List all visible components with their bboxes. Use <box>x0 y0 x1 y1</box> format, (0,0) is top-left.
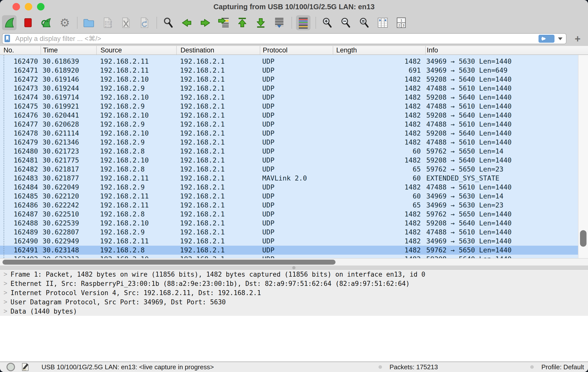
vertical-scrollbar[interactable] <box>578 55 588 258</box>
packet-row[interactable]: 162475 30.619921 192.168.2.9 192.168.2.1… <box>0 102 578 111</box>
column-header-length[interactable]: Length <box>333 46 425 54</box>
column-header-source[interactable]: Source <box>96 46 176 54</box>
expert-info-icon[interactable] <box>6 363 15 371</box>
packet-row[interactable]: 162480 30.621723 192.168.2.8 192.168.2.1… <box>0 147 578 156</box>
cell-length: 1482 <box>333 75 425 84</box>
cell-source: 192.168.2.9 <box>96 183 176 192</box>
colorize-button[interactable] <box>296 15 310 30</box>
detail-row[interactable]: > Frame 1: Packet, 1482 bytes on wire (1… <box>0 270 588 279</box>
packet-row[interactable]: 162489 30.622807 192.168.2.9 192.168.2.1… <box>0 228 578 237</box>
packet-row[interactable]: 162484 30.622049 192.168.2.9 192.168.2.1… <box>0 183 578 192</box>
go-first-button[interactable] <box>235 15 250 30</box>
start-capture-button[interactable] <box>2 15 16 30</box>
packet-row[interactable]: 162473 30.619244 192.168.2.9 192.168.2.1… <box>0 84 578 93</box>
packet-list[interactable]: 162470 30.618639 192.168.2.11 192.168.2.… <box>0 55 578 258</box>
profile-text[interactable]: Profile: Default <box>541 363 584 371</box>
cell-protocol: UDP <box>260 102 333 111</box>
capture-comment-icon[interactable] <box>22 363 30 371</box>
cell-destination: 192.168.2.1 <box>176 192 260 201</box>
packet-details-pane[interactable]: > Frame 1: Packet, 1482 bytes on wire (1… <box>0 270 588 362</box>
column-header-no[interactable]: No. <box>0 46 40 54</box>
display-filter-input[interactable] <box>13 35 538 43</box>
cell-time: 30.618639 <box>40 57 96 66</box>
detail-row[interactable]: > User Datagram Protocol, Src Port: 3496… <box>0 297 588 307</box>
packet-row[interactable]: 162474 30.619714 192.168.2.10 192.168.2.… <box>0 93 578 102</box>
packet-row[interactable]: 162482 30.621817 192.168.2.8 192.168.2.1… <box>0 165 578 174</box>
find-packet-button[interactable] <box>161 15 176 30</box>
titlebar: Capturing from USB 10/100/1G/2.5G LAN: e… <box>0 0 588 13</box>
packet-row[interactable]: 162488 30.622539 192.168.2.10 192.168.2.… <box>0 219 578 228</box>
packet-row-clipped[interactable] <box>0 55 578 57</box>
cell-protocol: UDP <box>260 111 333 120</box>
column-header-time[interactable]: Time <box>40 46 96 54</box>
packet-row[interactable]: 162470 30.618639 192.168.2.11 192.168.2.… <box>0 57 578 66</box>
zoom-in-button[interactable] <box>320 15 334 30</box>
auto-scroll-button[interactable] <box>272 15 286 30</box>
packet-row[interactable]: 162490 30.622949 192.168.2.11 192.168.2.… <box>0 237 578 246</box>
go-forward-button[interactable] <box>198 15 212 30</box>
go-back-button[interactable] <box>180 15 194 30</box>
column-header-info[interactable]: Info <box>425 46 588 54</box>
horizontal-scrollbar-thumb[interactable] <box>2 260 336 265</box>
packet-row[interactable]: 162479 30.621346 192.168.2.9 192.168.2.1… <box>0 138 578 147</box>
cell-time: 30.622049 <box>40 183 96 192</box>
expand-chevron-icon[interactable]: > <box>4 270 10 278</box>
column-header-destination[interactable]: Destination <box>176 46 260 54</box>
apply-filter-button[interactable] <box>538 35 554 43</box>
display-filter-field[interactable] <box>2 33 566 44</box>
expand-chevron-icon[interactable]: > <box>4 298 10 306</box>
cell-protocol: UDP <box>260 219 333 228</box>
column-header-protocol[interactable]: Protocol <box>260 46 333 54</box>
packet-row[interactable]: 162478 30.621114 192.168.2.10 192.168.2.… <box>0 129 578 138</box>
go-last-button[interactable] <box>254 15 268 30</box>
packet-row[interactable]: 162477 30.620628 192.168.2.9 192.168.2.1… <box>0 120 578 129</box>
detail-row[interactable]: > Ethernet II, Src: RaspberryPi_23:00:1b… <box>0 279 588 288</box>
cell-info: 34969 → 5630 Len=1440 <box>425 57 578 66</box>
zoom-out-button[interactable] <box>338 15 353 30</box>
cell-info: 47488 → 5610 Len=1440 <box>425 102 578 111</box>
zoom-reset-icon <box>358 16 370 29</box>
cell-no: 162475 <box>0 102 40 111</box>
capture-options-button[interactable]: ⚙ <box>58 15 72 30</box>
cell-protocol: UDP <box>260 75 333 84</box>
cell-source: 192.168.2.9 <box>96 84 176 93</box>
layout-button[interactable]: 123 <box>394 15 408 30</box>
cell-info: 59762 → 5650 Len=14 <box>425 147 578 156</box>
filter-bookmark-icon[interactable] <box>3 34 13 44</box>
packet-row[interactable]: 162471 30.618920 192.168.2.11 192.168.2.… <box>0 66 578 75</box>
go-to-packet-button[interactable] <box>216 15 231 30</box>
stop-capture-button[interactable] <box>20 15 35 30</box>
packet-row[interactable]: 162492 30.623213 192.168.2.10 192.168.2.… <box>0 255 578 258</box>
packet-row[interactable]: 162483 30.621877 192.168.2.11 192.168.2.… <box>0 174 578 183</box>
resize-columns-button[interactable] <box>376 15 390 30</box>
expand-chevron-icon[interactable]: > <box>4 307 10 315</box>
cell-source: 192.168.2.10 <box>96 129 176 138</box>
vertical-scrollbar-thumb[interactable] <box>580 230 586 247</box>
horizontal-scrollbar[interactable] <box>0 258 588 266</box>
cell-destination: 192.168.2.1 <box>176 138 260 147</box>
cell-no: 162485 <box>0 192 40 201</box>
cell-destination: 192.168.2.1 <box>176 201 260 210</box>
pane-splitter[interactable] <box>0 266 588 270</box>
packet-row[interactable]: 162487 30.622510 192.168.2.8 192.168.2.1… <box>0 210 578 219</box>
packet-row[interactable]: 162481 30.621775 192.168.2.10 192.168.2.… <box>0 156 578 165</box>
packet-row[interactable]: 162486 30.622242 192.168.2.11 192.168.2.… <box>0 201 578 210</box>
packet-row[interactable]: 162472 30.619146 192.168.2.10 192.168.2.… <box>0 75 578 84</box>
packet-row[interactable]: 162485 30.622120 192.168.2.11 192.168.2.… <box>0 192 578 201</box>
packet-row[interactable]: 162491 30.623148 192.168.2.8 192.168.2.1… <box>0 246 578 255</box>
cell-source: 192.168.2.10 <box>96 93 176 102</box>
open-file-button[interactable] <box>82 15 96 30</box>
expand-chevron-icon[interactable]: > <box>4 280 10 287</box>
detail-row[interactable]: > Data (1440 bytes) <box>0 307 588 316</box>
zoom-out-icon <box>340 16 352 29</box>
expand-chevron-icon[interactable]: > <box>4 289 10 297</box>
zoom-reset-button[interactable] <box>357 15 372 30</box>
packet-row[interactable]: 162476 30.620441 192.168.2.10 192.168.2.… <box>0 111 578 120</box>
splitter-handle[interactable] <box>292 266 296 269</box>
cell-info: 59208 → 5640 Len=1440 <box>425 156 578 165</box>
filter-dropdown-caret[interactable] <box>558 37 562 40</box>
cell-source: 192.168.2.9 <box>96 228 176 237</box>
detail-row[interactable]: > Internet Protocol Version 4, Src: 192.… <box>0 288 588 297</box>
add-filter-button[interactable]: + <box>575 34 580 43</box>
restart-capture-button[interactable] <box>39 15 54 30</box>
